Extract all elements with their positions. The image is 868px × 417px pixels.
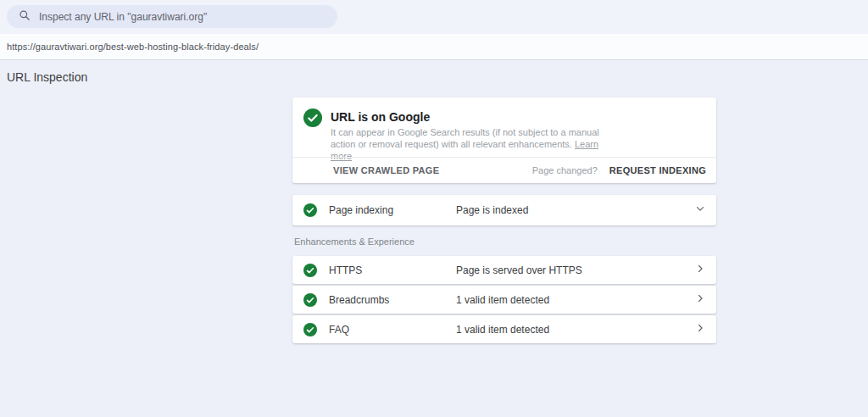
page-indexing-row[interactable]: Page indexing Page is indexed [292,195,716,225]
check-circle-icon [303,323,317,336]
page-indexing-status: Page is indexed [456,204,528,216]
enhancement-row-https[interactable]: HTTPS Page is served over HTTPS [292,256,716,284]
inspected-url-bar: https://gauravtiwari.org/best-web-hostin… [0,34,868,60]
check-circle-icon [303,264,317,277]
top-bar [0,0,868,34]
request-indexing-button[interactable]: REQUEST INDEXING [609,165,706,175]
search-icon [19,9,31,25]
result-title: URL is on Google [331,110,430,124]
check-circle-icon [303,203,317,217]
page-indexing-label: Page indexing [329,204,456,216]
enhancement-row-faq[interactable]: FAQ 1 valid item detected [292,315,716,343]
footer-right-group: Page changed? REQUEST INDEXING [532,165,706,175]
page-title: URL Inspection [7,70,87,84]
enhancement-row-breadcrumbs[interactable]: Breadcrumbs 1 valid item detected [292,286,716,314]
enhancement-label: Breadcrumbs [329,294,456,306]
result-description-text: It can appear in Google Search results (… [331,127,599,149]
url-on-google-card: URL is on Google It can appear in Google… [292,97,716,183]
inspected-url: https://gauravtiwari.org/best-web-hostin… [7,42,259,52]
url-inspect-search-bar[interactable] [7,5,337,28]
check-circle-icon [303,108,322,127]
search-input[interactable] [39,11,326,23]
chevron-right-icon[interactable] [694,322,706,337]
url-on-google-card-body: URL is on Google It can appear in Google… [292,97,716,157]
check-circle-icon [303,293,317,307]
chevron-down-icon[interactable] [694,203,706,218]
page-changed-label: Page changed? [532,165,598,175]
enhancements-section-label: Enhancements & Experience [294,236,415,247]
enhancement-label: HTTPS [329,264,456,276]
enhancement-status: 1 valid item detected [456,324,549,336]
result-card-footer: VIEW CRAWLED PAGE Page changed? REQUEST … [292,157,716,183]
enhancement-status: Page is served over HTTPS [456,264,582,276]
enhancement-status: 1 valid item detected [456,294,549,306]
chevron-right-icon[interactable] [694,292,706,308]
chevron-right-icon[interactable] [694,263,706,278]
view-crawled-page-button[interactable]: VIEW CRAWLED PAGE [333,165,439,175]
enhancement-label: FAQ [329,324,456,336]
